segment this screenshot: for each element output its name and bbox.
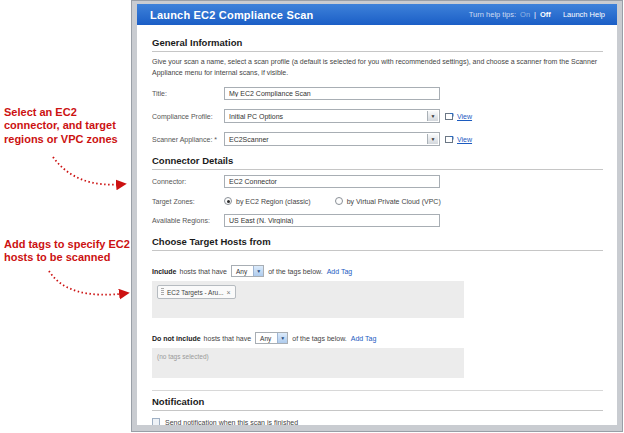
include-add-tag-link[interactable]: Add Tag [327,268,353,275]
annotation-arrow-connector [53,157,125,185]
help-tips-off-link[interactable]: Off [540,10,551,19]
compliance-profile-dropdown[interactable]: Initial PC Options ▼ [224,109,440,123]
dialog-titlebar: Launch EC2 Compliance Scan Turn help tip… [137,4,617,25]
section-notification: Notification [152,396,603,411]
tag-chip[interactable]: EC2 Targets - Aru... × [157,285,236,299]
preview-icon[interactable] [445,135,454,144]
launch-help-link[interactable]: Launch Help [563,10,605,19]
exclude-match-value: Any [256,335,277,342]
target-zones-label: Target Zones: [152,198,224,205]
include-text: hosts that have [180,268,227,275]
available-regions-input[interactable] [224,214,440,227]
section-choose-target-hosts: Choose Target Hosts from [152,236,603,251]
tag-chip-label: EC2 Targets - Aru... [167,289,224,296]
compliance-profile-value: Initial PC Options [229,113,283,120]
title-label: Title: [152,90,224,97]
annotation-connector-note: Select an EC2 connector, and target regi… [4,106,132,146]
help-tips-label: Turn help tips: [469,10,516,19]
exclude-keyword: Do not include [152,335,201,342]
titlebar-links: Turn help tips: On | Off Launch Help [469,10,605,19]
radio-vpc-label: by Virtual Private Cloud (VPC) [347,198,441,205]
include-keyword: Include [152,268,177,275]
no-tags-selected-text: (no tags selected) [157,353,209,360]
exclude-tags-box: (no tags selected) [152,348,464,378]
scanner-appliance-row: Scanner Appliance: * EC2Scanner ▼ View [152,132,603,146]
tag-drag-handle-icon[interactable] [161,288,164,296]
exclude-add-tag-link[interactable]: Add Tag [351,335,377,342]
exclude-suffix: of the tags below. [292,335,346,342]
send-notification-label: Send notification when this scan is fini… [165,419,298,426]
compliance-profile-row: Compliance Profile: Initial PC Options ▼… [152,109,603,123]
exclude-tags-row: Do not include hosts that have Any ▼ of … [152,332,603,344]
radio-ec2-region-classic[interactable] [224,197,232,205]
annotation-tags-note: Add tags to specify EC2 hosts to be scan… [4,238,146,265]
scanner-appliance-view-link[interactable]: View [457,136,472,143]
available-regions-label: Available Regions: [152,217,224,224]
launch-scan-dialog: Launch EC2 Compliance Scan Turn help tip… [132,1,622,431]
compliance-profile-label: Compliance Profile: [152,113,224,120]
include-tags-row: Include hosts that have Any ▼ of the tag… [152,265,603,277]
chevron-down-icon[interactable]: ▼ [427,111,438,121]
title-input[interactable] [224,87,440,100]
help-tips-separator: | [534,10,536,19]
section-general-information: General Information [152,37,603,52]
include-tags-box: EC2 Targets - Aru... × [152,281,464,318]
annotation-arrow-tags [49,271,128,295]
connector-label: Connector: [152,178,224,185]
include-suffix: of the tags below. [268,268,322,275]
include-match-select[interactable]: Any ▼ [231,265,264,277]
include-match-value: Any [232,268,253,275]
dialog-title: Launch EC2 Compliance Scan [150,9,314,21]
chevron-down-icon[interactable]: ▼ [253,266,263,276]
scanner-appliance-value: EC2Scanner [229,136,269,143]
radio-ec2-region-label: by EC2 Region (classic) [236,198,311,205]
available-regions-row: Available Regions: [152,214,603,227]
chevron-down-icon[interactable]: ▼ [427,134,438,144]
connector-input[interactable] [224,175,440,188]
send-notification-checkbox[interactable] [152,418,160,426]
page-background: Select an EC2 connector, and target regi… [0,0,624,433]
preview-icon[interactable] [445,112,454,121]
section-divider [152,390,603,391]
exclude-match-select[interactable]: Any ▼ [255,332,288,344]
connector-field-row: Connector: [152,175,603,188]
chevron-down-icon[interactable]: ▼ [277,333,287,343]
target-zones-row: Target Zones: by EC2 Region (classic) by… [152,197,603,205]
scanner-appliance-dropdown[interactable]: EC2Scanner ▼ [224,132,440,146]
notification-checkbox-row: Send notification when this scan is fini… [152,418,603,426]
general-description: Give your scan a name, select a scan pro… [152,57,603,78]
section-connector-details: Connector Details [152,155,603,170]
compliance-profile-view-link[interactable]: View [457,113,472,120]
tag-remove-icon[interactable]: × [227,289,231,296]
scanner-appliance-label: Scanner Appliance: * [152,136,224,143]
help-tips-on-link[interactable]: On [520,10,530,19]
dialog-content: General Information Give your scan a nam… [137,25,617,431]
title-field-row: Title: [152,87,603,100]
radio-virtual-private-cloud[interactable] [335,197,343,205]
exclude-text: hosts that have [204,335,251,342]
